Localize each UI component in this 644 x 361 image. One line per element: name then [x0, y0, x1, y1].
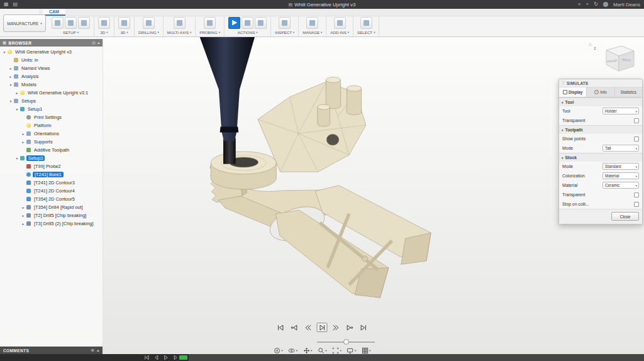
select-icon[interactable]: [360, 17, 372, 29]
zoom-button[interactable]: ▾: [317, 347, 326, 354]
simulate-header[interactable]: SIMULATE: [559, 79, 642, 87]
tree-item-t2-drill5-chip-breaking[interactable]: ▸[T2] Drill5 [Chip breaking]: [0, 211, 103, 219]
data-panel-icon[interactable]: [4, 0, 9, 9]
probing-icon[interactable]: [204, 17, 216, 29]
expander-icon[interactable]: ▾: [8, 83, 13, 87]
menu-probing[interactable]: PROBING: [199, 30, 220, 35]
setup-sheet-icon[interactable]: [255, 17, 267, 29]
expander-icon[interactable]: ▸: [21, 132, 26, 136]
tree-item-named-views[interactable]: ▸Named Views: [0, 64, 103, 72]
expander-icon[interactable]: ▸: [21, 214, 26, 218]
show-points-checkbox[interactable]: [634, 136, 639, 142]
timeline-track[interactable]: [189, 354, 644, 361]
part-model[interactable]: [210, 77, 431, 298]
new-setup-icon[interactable]: [52, 17, 64, 29]
tree-item-t354-2d-contour5[interactable]: [T354] 2D Contour5: [0, 195, 103, 203]
timeline-skip-start-button[interactable]: [143, 355, 150, 360]
multi-axis-icon[interactable]: [174, 17, 186, 29]
tree-item-units-in[interactable]: Units: in: [0, 56, 103, 64]
tree-item-models[interactable]: ▾Models: [0, 81, 103, 89]
tree-item-supports[interactable]: ▸Supports: [0, 138, 103, 146]
chevron-down-icon[interactable]: ▾: [562, 156, 564, 160]
look-at-button[interactable]: ▾: [288, 347, 297, 354]
layout-menu-icon[interactable]: [13, 0, 18, 9]
timeline-play-button[interactable]: [162, 355, 169, 360]
sync-icon[interactable]: ↻: [594, 0, 598, 9]
user-name[interactable]: Marti Deans: [613, 2, 640, 8]
tree-item-orientations[interactable]: ▸Orientations: [0, 130, 103, 138]
menu-add-ins[interactable]: ADD-INS: [330, 30, 349, 35]
collapse-panel-icon[interactable]: [97, 40, 100, 45]
timeline-marker[interactable]: [179, 355, 187, 360]
new-tab-icon[interactable]: +: [586, 0, 589, 9]
stop-on-colli-checkbox[interactable]: [634, 202, 639, 207]
tree-item-additive-toolpath[interactable]: Additive Toolpath: [0, 146, 103, 154]
tab-cam[interactable]: CAM: [43, 9, 65, 16]
menu-setup[interactable]: SETUP: [63, 30, 79, 35]
skip-end-button[interactable]: [358, 323, 369, 332]
mode-select[interactable]: Standard: [602, 163, 639, 170]
tree-item-print-settings[interactable]: Print Settings: [0, 113, 103, 121]
grid-settings-button[interactable]: ▾: [361, 347, 370, 354]
menu-multi-axis[interactable]: MULTI-AXIS: [167, 30, 192, 35]
close-tab-icon[interactable]: ×: [578, 0, 581, 9]
tree-item-whill-generative-upright-v3[interactable]: ▾Whill Generative Upright v3: [0, 48, 103, 56]
inspect-icon[interactable]: [279, 17, 291, 29]
chevron-down-icon[interactable]: ▾: [562, 128, 564, 132]
expander-icon[interactable]: ▾: [8, 99, 13, 103]
fit-button[interactable]: ▾: [332, 347, 341, 354]
menu-manage[interactable]: MANAGE: [303, 30, 322, 35]
transparent-checkbox[interactable]: [634, 192, 639, 197]
tree-item-setup1[interactable]: ▾Setup1: [0, 105, 103, 113]
play-button[interactable]: [317, 323, 328, 332]
additive-setup-icon[interactable]: [65, 17, 77, 29]
avatar[interactable]: [603, 2, 608, 7]
drilling-icon[interactable]: [143, 17, 155, 29]
expander-icon[interactable]: ▸: [21, 206, 26, 209]
display-filter-icon[interactable]: [92, 40, 96, 45]
expander-icon[interactable]: ▸: [8, 75, 13, 79]
tab-statistics[interactable]: Statistics: [615, 87, 642, 97]
previous-operation-button[interactable]: [289, 323, 300, 332]
manage-icon[interactable]: [306, 17, 318, 29]
viewcube-cube[interactable]: FRONT RIGHT: [597, 40, 638, 75]
menu-inspect[interactable]: INSPECT: [275, 30, 294, 35]
step-back-button[interactable]: [303, 323, 314, 332]
menu-2d[interactable]: 2D: [100, 30, 108, 35]
comments-bar[interactable]: COMMENTS: [0, 347, 103, 354]
expander-icon[interactable]: ▸: [21, 140, 26, 144]
post-process-icon[interactable]: [242, 17, 253, 29]
menu-3d[interactable]: 3D: [120, 30, 128, 35]
menu-select[interactable]: SELECT: [357, 30, 375, 35]
tree-item-analysis[interactable]: ▸Analysis: [0, 72, 103, 81]
tree-item-whill-generative-upright-v3-1[interactable]: ▸Whill Generative Upright v3:1: [0, 89, 103, 97]
tree-item-t99-probe2[interactable]: [T99] Probe2: [0, 162, 103, 170]
add-comment-icon[interactable]: [91, 348, 94, 353]
setup-folder-icon[interactable]: [78, 17, 90, 29]
colorization-select[interactable]: Material: [602, 172, 639, 179]
tree-item-t241-2d-contour3[interactable]: [T241] 2D Contour3: [0, 179, 103, 187]
tool-spindle[interactable]: [199, 36, 255, 164]
display-settings-button[interactable]: ▾: [347, 347, 356, 354]
tab-info[interactable]: Info: [587, 87, 614, 97]
expander-icon[interactable]: ▾: [2, 50, 7, 54]
expander-icon[interactable]: ▸: [21, 222, 26, 226]
mode-select[interactable]: Tail: [602, 145, 639, 152]
add-ins-icon[interactable]: [334, 17, 346, 29]
workspace-selector[interactable]: MANUFACTURE: [3, 14, 46, 32]
tree-item-t354-drill4-rapid-out[interactable]: ▸[T354] Drill4 [Rapid out]: [0, 203, 103, 211]
tree-item-platform[interactable]: Platform: [0, 121, 103, 130]
drag-handle-icon[interactable]: [562, 81, 565, 86]
close-button[interactable]: Close: [611, 212, 639, 221]
tab-display[interactable]: Display: [559, 87, 587, 97]
3d-milling-icon[interactable]: [118, 17, 130, 29]
material-select[interactable]: Ceramic: [602, 182, 639, 189]
skip-start-button[interactable]: [275, 323, 286, 332]
timeline-step-back-button[interactable]: [153, 355, 159, 360]
expander-icon[interactable]: ▾: [14, 108, 19, 111]
orbit-button[interactable]: ▾: [274, 347, 283, 354]
expander-icon[interactable]: ▸: [8, 67, 13, 70]
tree-item-setups[interactable]: ▾Setups: [0, 97, 103, 105]
home-icon[interactable]: [589, 42, 592, 47]
2d-milling-icon[interactable]: [98, 17, 110, 29]
